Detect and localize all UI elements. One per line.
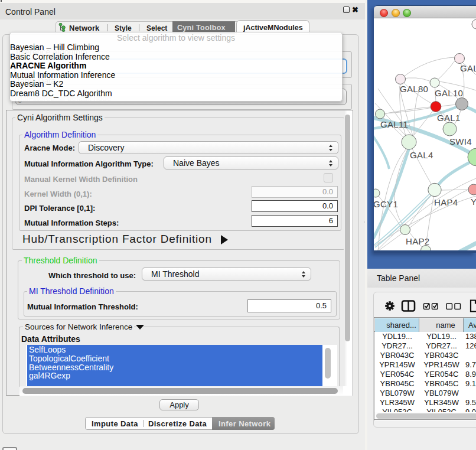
svg-text:GAL80: GAL80 xyxy=(400,84,428,94)
svg-text:GAL1: GAL1 xyxy=(437,113,461,123)
svg-text:HAP4: HAP4 xyxy=(434,197,458,207)
svg-text:GAL10: GAL10 xyxy=(435,88,463,98)
svg-text:HAP2: HAP2 xyxy=(406,236,429,246)
svg-text:SWI4: SWI4 xyxy=(449,136,472,146)
svg-text:GCY1: GCY1 xyxy=(374,199,398,209)
svg-text:GAL4: GAL4 xyxy=(410,150,433,160)
svg-text:GAL7: GAL7 xyxy=(460,63,476,73)
svg-text:GAL11: GAL11 xyxy=(380,119,408,129)
svg-text:YJ: YJ xyxy=(471,197,476,207)
